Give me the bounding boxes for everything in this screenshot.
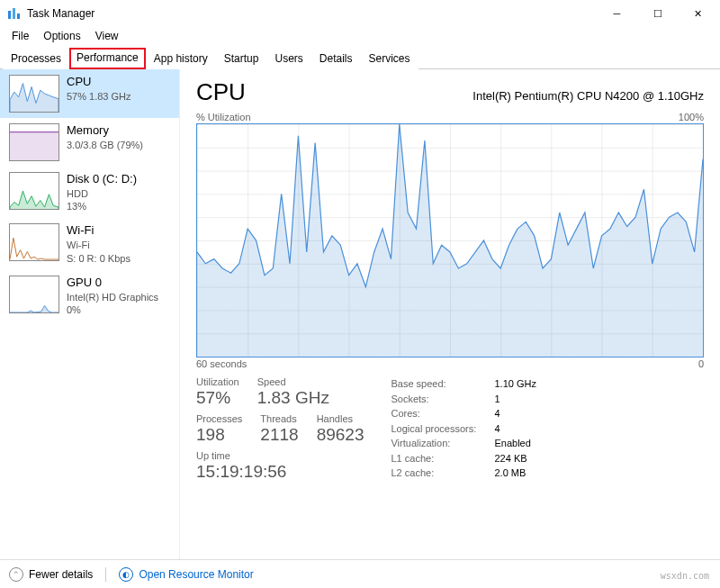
chart-xlabel-right: 0 bbox=[698, 358, 704, 369]
watermark: wsxdn.com bbox=[661, 571, 709, 581]
l2-value: 2.0 MB bbox=[494, 466, 526, 481]
sidebar-gpu-title: GPU 0 bbox=[67, 276, 170, 291]
cpu-chart bbox=[196, 123, 704, 357]
tab-strip: Processes Performance App history Startu… bbox=[0, 47, 720, 69]
virtualization-value: Enabled bbox=[494, 436, 530, 451]
cpu-detail-pane: CPU Intel(R) Pentium(R) CPU N4200 @ 1.10… bbox=[180, 69, 720, 566]
base-speed-value: 1.10 GHz bbox=[494, 376, 536, 392]
svg-marker-5 bbox=[197, 124, 703, 357]
memory-sparkline bbox=[9, 123, 59, 161]
maximize-button[interactable]: ☐ bbox=[637, 0, 678, 27]
resource-monitor-icon: ◐ bbox=[119, 567, 133, 582]
sidebar-item-cpu[interactable]: CPU 57% 1.83 GHz bbox=[0, 69, 179, 118]
disk-sparkline bbox=[9, 172, 59, 210]
util-value: 57% bbox=[196, 388, 239, 408]
task-manager-icon bbox=[7, 6, 22, 21]
wifi-sparkline bbox=[9, 223, 59, 261]
sidebar-memory-title: Memory bbox=[67, 123, 170, 139]
sidebar-gpu-sub2: 0% bbox=[67, 303, 170, 316]
tab-app-history[interactable]: App history bbox=[146, 48, 216, 69]
fewer-details-label: Fewer details bbox=[29, 568, 93, 581]
l1-label: L1 cache: bbox=[391, 451, 494, 466]
window-title: Task Manager bbox=[27, 7, 597, 20]
tab-users[interactable]: Users bbox=[266, 48, 310, 69]
sidebar-disk-title: Disk 0 (C: D:) bbox=[67, 172, 170, 187]
sidebar-item-wifi[interactable]: Wi-Fi Wi-Fi S: 0 R: 0 Kbps bbox=[0, 218, 179, 269]
tab-services[interactable]: Services bbox=[361, 48, 418, 69]
menu-bar: File Options View bbox=[0, 27, 720, 45]
base-speed-label: Base speed: bbox=[391, 376, 494, 392]
svg-rect-0 bbox=[8, 11, 11, 19]
fewer-details-button[interactable]: ⌃ Fewer details bbox=[9, 567, 93, 582]
sidebar-cpu-title: CPU bbox=[67, 75, 170, 90]
cores-label: Cores: bbox=[391, 406, 494, 421]
menu-file[interactable]: File bbox=[4, 28, 36, 44]
l2-label: L2 cache: bbox=[391, 466, 494, 481]
tab-processes[interactable]: Processes bbox=[3, 48, 69, 69]
sidebar-item-memory[interactable]: Memory 3.0/3.8 GB (79%) bbox=[0, 118, 179, 167]
main-area: CPU 57% 1.83 GHz Memory 3.0/3.8 GB (79%)… bbox=[0, 69, 720, 566]
open-resource-monitor-link[interactable]: ◐ Open Resource Monitor bbox=[119, 567, 253, 582]
speed-value: 1.83 GHz bbox=[257, 388, 329, 408]
l1-value: 224 KB bbox=[494, 451, 526, 466]
bottom-bar: ⌃ Fewer details ◐ Open Resource Monitor bbox=[0, 559, 720, 588]
sidebar-disk-sub1: HDD bbox=[67, 187, 170, 200]
menu-options[interactable]: Options bbox=[36, 28, 87, 44]
cpu-specs: Base speed:1.10 GHz Sockets:1 Cores:4 Lo… bbox=[391, 376, 536, 482]
tab-performance[interactable]: Performance bbox=[69, 48, 146, 69]
chevron-up-icon: ⌃ bbox=[9, 567, 23, 582]
chart-ylabel-left: % Utilization bbox=[196, 112, 251, 122]
sidebar-wifi-title: Wi-Fi bbox=[67, 223, 170, 239]
bottom-divider bbox=[105, 567, 106, 582]
gpu-sparkline bbox=[9, 276, 59, 313]
sockets-label: Sockets: bbox=[391, 392, 494, 407]
sidebar-gpu-sub1: Intel(R) HD Graphics bbox=[67, 291, 170, 303]
logical-label: Logical processors: bbox=[391, 421, 494, 437]
resource-sidebar: CPU 57% 1.83 GHz Memory 3.0/3.8 GB (79%)… bbox=[0, 69, 180, 566]
window-controls: ─ ☐ ✕ bbox=[597, 0, 718, 27]
chart-xlabel-left: 60 seconds bbox=[196, 358, 247, 369]
cores-value: 4 bbox=[494, 406, 500, 421]
uptime-label: Up time bbox=[196, 450, 364, 461]
handles-value: 89623 bbox=[317, 425, 364, 445]
svg-rect-3 bbox=[10, 132, 58, 160]
speed-label: Speed bbox=[257, 376, 329, 387]
uptime-value: 15:19:19:56 bbox=[196, 462, 364, 482]
processes-value: 198 bbox=[196, 425, 242, 445]
close-button[interactable]: ✕ bbox=[678, 0, 718, 27]
threads-label: Threads bbox=[260, 413, 298, 424]
cpu-heading: CPU bbox=[196, 78, 246, 106]
cpu-sparkline bbox=[9, 75, 59, 113]
virtualization-label: Virtualization: bbox=[391, 436, 494, 451]
chart-ylabel-right: 100% bbox=[679, 112, 704, 122]
menu-view[interactable]: View bbox=[88, 28, 126, 44]
util-label: Utilization bbox=[196, 376, 239, 387]
sidebar-wifi-sub2: S: 0 R: 0 Kbps bbox=[67, 252, 170, 265]
sidebar-disk-sub2: 13% bbox=[67, 200, 170, 213]
threads-value: 2118 bbox=[260, 425, 298, 445]
sockets-value: 1 bbox=[494, 392, 500, 407]
logical-value: 4 bbox=[494, 421, 500, 437]
svg-rect-2 bbox=[17, 14, 20, 19]
title-bar: Task Manager ─ ☐ ✕ bbox=[0, 0, 720, 27]
sidebar-item-gpu[interactable]: GPU 0 Intel(R) HD Graphics 0% bbox=[0, 270, 179, 321]
sidebar-wifi-sub1: Wi-Fi bbox=[67, 239, 170, 251]
processes-label: Processes bbox=[196, 413, 242, 424]
tab-details[interactable]: Details bbox=[311, 48, 361, 69]
sidebar-cpu-sub: 57% 1.83 GHz bbox=[67, 90, 170, 103]
minimize-button[interactable]: ─ bbox=[597, 0, 637, 27]
open-resource-monitor-label: Open Resource Monitor bbox=[139, 568, 253, 581]
handles-label: Handles bbox=[317, 413, 364, 424]
sidebar-memory-sub: 3.0/3.8 GB (79%) bbox=[67, 139, 170, 151]
sidebar-item-disk[interactable]: Disk 0 (C: D:) HDD 13% bbox=[0, 167, 179, 218]
svg-rect-1 bbox=[13, 8, 15, 19]
tab-startup[interactable]: Startup bbox=[216, 48, 267, 69]
cpu-model: Intel(R) Pentium(R) CPU N4200 @ 1.10GHz bbox=[472, 89, 704, 103]
